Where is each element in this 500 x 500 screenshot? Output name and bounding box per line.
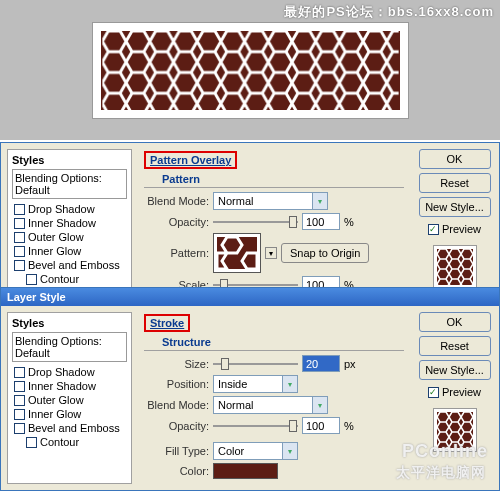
watermark-suffix: 太平洋电脑网 (396, 464, 486, 482)
group-pattern: Pattern (162, 173, 404, 185)
pattern-preview[interactable] (213, 233, 261, 273)
checkbox-icon[interactable] (14, 260, 25, 271)
preview-label: Preview (442, 386, 481, 398)
size-input[interactable]: 20 (302, 355, 340, 372)
checkbox-checked-icon[interactable]: ✓ (428, 224, 439, 235)
svg-rect-0 (102, 31, 398, 110)
checkbox-icon[interactable] (14, 423, 25, 434)
new-style-button[interactable]: New Style... (419, 197, 491, 217)
watermark-brand: PConline (402, 441, 488, 462)
checkbox-icon[interactable] (14, 395, 25, 406)
opacity-slider[interactable] (213, 214, 298, 230)
style-contour[interactable]: Contour (12, 435, 127, 449)
fill-type-label: Fill Type: (144, 445, 209, 457)
ok-button[interactable]: OK (419, 312, 491, 332)
section-title-pattern-overlay: Pattern Overlay (144, 151, 237, 169)
section-title-stroke: Stroke (144, 314, 190, 332)
pattern-label: Pattern: (144, 247, 209, 259)
group-structure: Structure (162, 336, 404, 348)
reset-button[interactable]: Reset (419, 336, 491, 356)
result-preview (93, 23, 408, 118)
unit: % (344, 216, 354, 228)
opacity-slider[interactable] (213, 418, 298, 434)
style-inner-glow[interactable]: Inner Glow (12, 244, 127, 258)
new-style-button[interactable]: New Style... (419, 360, 491, 380)
opacity-input[interactable]: 100 (302, 417, 340, 434)
style-drop-shadow[interactable]: Drop Shadow (12, 202, 127, 216)
blending-options-default[interactable]: Blending Options: Default (12, 169, 127, 199)
style-contour[interactable]: Contour (12, 272, 127, 286)
styles-header: Styles (12, 317, 127, 329)
opacity-input[interactable]: 100 (302, 213, 340, 230)
checkbox-icon[interactable] (14, 232, 25, 243)
styles-list: Styles Blending Options: Default Drop Sh… (7, 312, 132, 484)
style-outer-glow[interactable]: Outer Glow (12, 230, 127, 244)
preview-band (0, 0, 500, 140)
style-inner-glow[interactable]: Inner Glow (12, 407, 127, 421)
style-drop-shadow[interactable]: Drop Shadow (12, 365, 127, 379)
checkbox-icon[interactable] (26, 437, 37, 448)
checkbox-icon[interactable] (26, 274, 37, 285)
chevron-down-icon: ▾ (282, 376, 297, 392)
style-inner-shadow[interactable]: Inner Shadow (12, 216, 127, 230)
blend-mode-select[interactable]: Normal▾ (213, 396, 328, 414)
blend-mode-label: Blend Mode: (144, 195, 209, 207)
chevron-down-icon: ▾ (312, 397, 327, 413)
style-bevel-emboss[interactable]: Bevel and Emboss (12, 258, 127, 272)
opacity-label: Opacity: (144, 420, 209, 432)
ok-button[interactable]: OK (419, 149, 491, 169)
color-label: Color: (144, 465, 209, 477)
blending-options-default[interactable]: Blending Options: Default (12, 332, 127, 362)
chevron-down-icon: ▾ (312, 193, 327, 209)
preview-label: Preview (442, 223, 481, 235)
preview-thumbnail (433, 245, 477, 289)
unit: % (344, 420, 354, 432)
opacity-label: Opacity: (144, 216, 209, 228)
watermark-top: 最好的PS论坛：bbs.16xx8.com (284, 3, 494, 21)
size-label: Size: (144, 358, 209, 370)
checkbox-checked-icon[interactable]: ✓ (428, 387, 439, 398)
size-slider[interactable] (213, 356, 298, 372)
styles-header: Styles (12, 154, 127, 166)
svg-rect-3 (437, 249, 473, 285)
pattern-picker-arrow[interactable]: ▾ (265, 247, 277, 259)
checkbox-icon[interactable] (14, 204, 25, 215)
checkbox-icon[interactable] (14, 218, 25, 229)
position-select[interactable]: Inside▾ (213, 375, 298, 393)
blend-mode-label: Blend Mode: (144, 399, 209, 411)
reset-button[interactable]: Reset (419, 173, 491, 193)
checkbox-icon[interactable] (14, 381, 25, 392)
dialog-title: Layer Style (1, 288, 499, 306)
chevron-down-icon: ▾ (282, 443, 297, 459)
style-outer-glow[interactable]: Outer Glow (12, 393, 127, 407)
checkbox-icon[interactable] (14, 409, 25, 420)
stroke-panel: Stroke Structure Size: 20px Position: In… (138, 312, 410, 484)
style-inner-shadow[interactable]: Inner Shadow (12, 379, 127, 393)
checkbox-icon[interactable] (14, 246, 25, 257)
color-swatch[interactable] (213, 463, 278, 479)
snap-to-origin-button[interactable]: Snap to Origin (281, 243, 369, 263)
checkbox-icon[interactable] (14, 367, 25, 378)
unit: px (344, 358, 356, 370)
fill-type-select[interactable]: Color▾ (213, 442, 298, 460)
blend-mode-select[interactable]: Normal▾ (213, 192, 328, 210)
style-bevel-emboss[interactable]: Bevel and Emboss (12, 421, 127, 435)
position-label: Position: (144, 378, 209, 390)
